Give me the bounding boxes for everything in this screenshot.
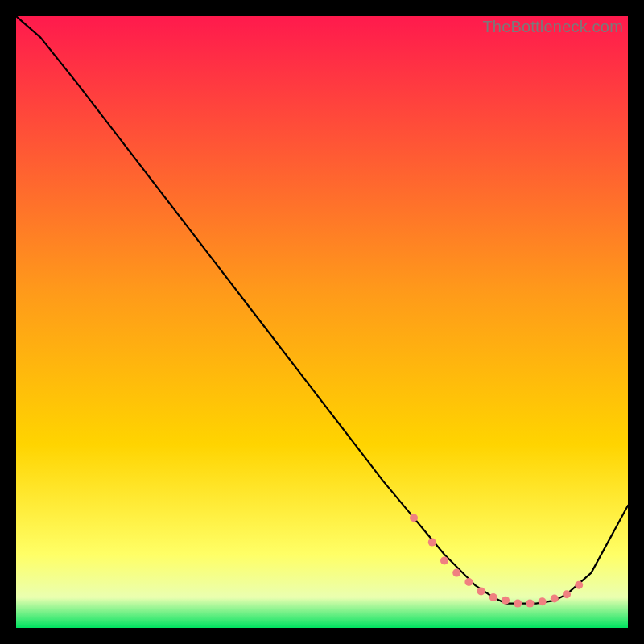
optimal-dot [563, 590, 571, 598]
chart-svg [16, 16, 628, 628]
watermark-text: TheBottleneck.com [482, 18, 623, 36]
chart-frame: TheBottleneck.com [16, 16, 628, 628]
optimal-dot [502, 597, 510, 605]
optimal-dot [477, 587, 485, 595]
gradient-background [16, 16, 628, 628]
optimal-dot [489, 593, 497, 601]
optimal-dot [551, 595, 559, 603]
optimal-dot [575, 581, 583, 589]
optimal-dot [539, 597, 547, 605]
optimal-dot [526, 600, 534, 608]
optimal-dot [440, 556, 448, 564]
optimal-dot [464, 578, 473, 586]
optimal-dot [452, 569, 460, 577]
optimal-dot [514, 600, 522, 608]
optimal-dot [428, 539, 436, 547]
optimal-dot [410, 514, 418, 522]
